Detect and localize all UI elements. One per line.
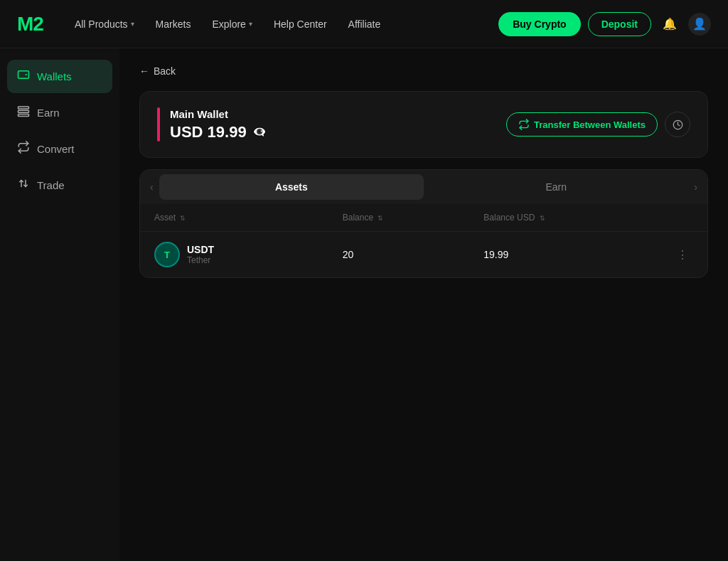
asset-name-block: USDT Tether <box>187 244 214 265</box>
sidebar: Wallets Earn Convert Trade <box>0 48 119 561</box>
earn-icon <box>17 105 30 121</box>
tab-earn[interactable]: Earn <box>424 174 688 200</box>
tab-assets[interactable]: Assets <box>159 174 424 200</box>
asset-sub-name: Tether <box>187 255 214 265</box>
page-layout: Wallets Earn Convert Trade ← Back <box>0 48 728 561</box>
nav-markets[interactable]: Markets <box>147 13 200 36</box>
tabs-scroll: Assets Earn <box>159 174 689 200</box>
chevron-down-icon: ▾ <box>131 20 134 28</box>
table-row: T USDT Tether 20 19.99 ⋮ <box>140 232 707 277</box>
col-header-balance-usd: Balance USD ⇅ <box>483 213 672 223</box>
nav-explore[interactable]: Explore ▾ <box>203 13 260 36</box>
notification-bell-icon[interactable]: 🔔 <box>658 13 681 36</box>
transfer-icon <box>518 119 530 130</box>
back-button[interactable]: ← Back <box>139 65 708 77</box>
sidebar-item-earn[interactable]: Earn <box>7 96 112 129</box>
asset-info: T USDT Tether <box>154 242 343 267</box>
trade-icon <box>17 177 30 193</box>
sidebar-item-convert[interactable]: Convert <box>7 132 112 166</box>
hide-balance-icon[interactable]: 👁‍🗨 <box>252 125 267 139</box>
row-more-button[interactable]: ⋮ <box>672 248 693 262</box>
buy-crypto-button[interactable]: Buy Crypto <box>498 12 580 36</box>
history-icon <box>673 119 683 130</box>
asset-name: USDT <box>187 244 214 255</box>
wallet-title: Main Wallet <box>170 108 267 120</box>
svg-rect-3 <box>18 114 29 117</box>
convert-icon <box>17 141 30 157</box>
wallet-card: Main Wallet USD 19.99 👁‍🗨 Transfer Betwe… <box>139 91 708 158</box>
tab-scroll-right-icon[interactable]: › <box>688 181 703 193</box>
wallet-info: Main Wallet USD 19.99 👁‍🗨 <box>157 107 267 141</box>
history-button[interactable] <box>665 112 690 137</box>
main-nav: All Products ▾ Markets Explore ▾ Help Ce… <box>66 13 476 36</box>
sidebar-item-wallets[interactable]: Wallets <box>7 60 112 93</box>
asset-balance-usd: 19.99 <box>483 249 672 260</box>
col-header-actions <box>672 213 693 223</box>
wallet-balance: USD 19.99 👁‍🗨 <box>170 123 267 141</box>
sidebar-item-trade[interactable]: Trade <box>7 169 112 202</box>
sort-balance-usd-icon[interactable]: ⇅ <box>540 215 545 222</box>
asset-logo-usdt: T <box>154 242 180 267</box>
svg-rect-2 <box>18 110 29 112</box>
sort-balance-icon[interactable]: ⇅ <box>378 215 383 222</box>
col-header-balance: Balance ⇅ <box>343 213 484 223</box>
sort-asset-icon[interactable]: ⇅ <box>180 215 186 222</box>
chevron-down-icon: ▾ <box>249 20 252 28</box>
tabs-header: ‹ Assets Earn › <box>140 170 707 204</box>
header: M2 All Products ▾ Markets Explore ▾ Help… <box>0 0 728 48</box>
main-content: ← Back Main Wallet USD 19.99 👁‍🗨 Transfe… <box>119 48 728 561</box>
brand-logo: M2 <box>17 13 43 36</box>
back-arrow-icon: ← <box>139 65 149 77</box>
wallet-actions: Transfer Between Wallets <box>506 112 690 137</box>
tabs-panel: ‹ Assets Earn › Asset ⇅ <box>139 169 708 278</box>
tabs-nav: ‹ Assets Earn › <box>144 174 703 200</box>
wallet-details: Main Wallet USD 19.99 👁‍🗨 <box>170 108 267 141</box>
nav-all-products[interactable]: All Products ▾ <box>66 13 143 36</box>
tab-scroll-left-icon[interactable]: ‹ <box>144 181 159 193</box>
asset-balance: 20 <box>343 249 484 260</box>
nav-help-center[interactable]: Help Center <box>265 13 336 36</box>
table-header: Asset ⇅ Balance ⇅ Balance USD ⇅ <box>140 204 707 232</box>
wallet-icon <box>17 68 30 85</box>
header-actions: Buy Crypto Deposit 🔔 👤 <box>498 12 711 36</box>
user-avatar-icon[interactable]: 👤 <box>688 13 711 36</box>
transfer-button[interactable]: Transfer Between Wallets <box>506 112 658 137</box>
col-header-asset: Asset ⇅ <box>154 213 343 223</box>
svg-rect-1 <box>18 107 29 109</box>
wallet-accent-bar <box>157 107 160 141</box>
nav-affiliate[interactable]: Affiliate <box>340 13 390 36</box>
deposit-button[interactable]: Deposit <box>588 12 651 36</box>
